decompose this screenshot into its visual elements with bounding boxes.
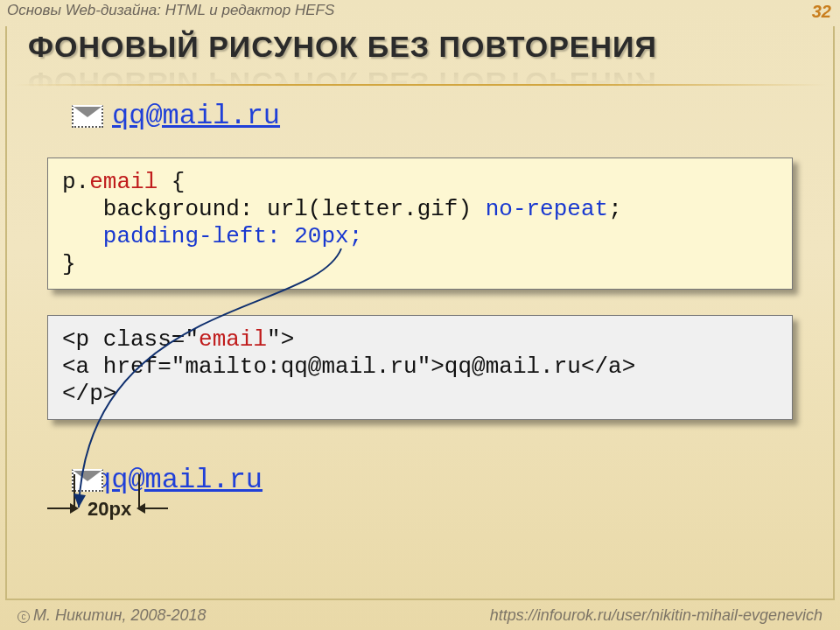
code-text: padding-left: 20px; <box>103 223 362 249</box>
code-text: no-repeat <box>486 196 608 222</box>
slide-heading: ФОНОВЫЙ РИСУНОК БЕЗ ПОВТОРЕНИЯ <box>28 30 657 64</box>
heading-rule <box>14 84 826 86</box>
code-text: <p class=" <box>62 326 199 353</box>
envelope-icon <box>72 469 103 492</box>
code-text: background: url(letter.gif) <box>62 196 486 222</box>
code-text: email <box>89 169 158 195</box>
code-text: "> <box>267 326 294 353</box>
rendered-example-top: qq@mail.ru <box>72 100 280 132</box>
code-text: ; <box>608 196 622 222</box>
slide-heading-reflection: ФОНОВЫЙ РИСУНОК БЕЗ ПОВТОРЕНИЯ <box>28 66 657 97</box>
code-text: email <box>199 326 267 353</box>
envelope-icon <box>72 105 103 128</box>
measure-label: 20px <box>88 498 131 521</box>
code-text: <a href="mailto:qq@mail.ru">qq@mail.ru</… <box>62 354 635 380</box>
footer-url: https://infourok.ru/user/nikitin-mihail-… <box>490 606 822 625</box>
code-text: } <box>62 251 76 277</box>
email-link[interactable]: qq@mail.ru <box>112 100 280 132</box>
code-text: p. <box>62 169 89 195</box>
rendered-example-bottom: qq@mail.ru <box>72 464 262 496</box>
code-text <box>62 223 103 249</box>
css-code-block: p.email { background: url(letter.gif) no… <box>47 158 793 290</box>
html-code-block: <p class="email"> <a href="mailto:qq@mai… <box>47 315 793 420</box>
arrow-left-icon <box>138 508 168 509</box>
copyright-icon: c <box>18 611 30 623</box>
arrow-right-icon <box>47 508 77 509</box>
footer-author: cМ. Никитин, 2008-2018 <box>18 606 206 625</box>
code-text: </p> <box>62 381 116 407</box>
email-link[interactable]: qq@mail.ru <box>94 464 262 496</box>
slide-page: Основы Web-дизайна: HTML и редактор HEFS… <box>0 0 840 630</box>
code-text: { <box>158 169 185 195</box>
footer-author-text: М. Никитин, 2008-2018 <box>33 606 206 624</box>
course-title: Основы Web-дизайна: HTML и редактор HEFS <box>7 2 833 19</box>
slide-number: 32 <box>812 2 831 22</box>
